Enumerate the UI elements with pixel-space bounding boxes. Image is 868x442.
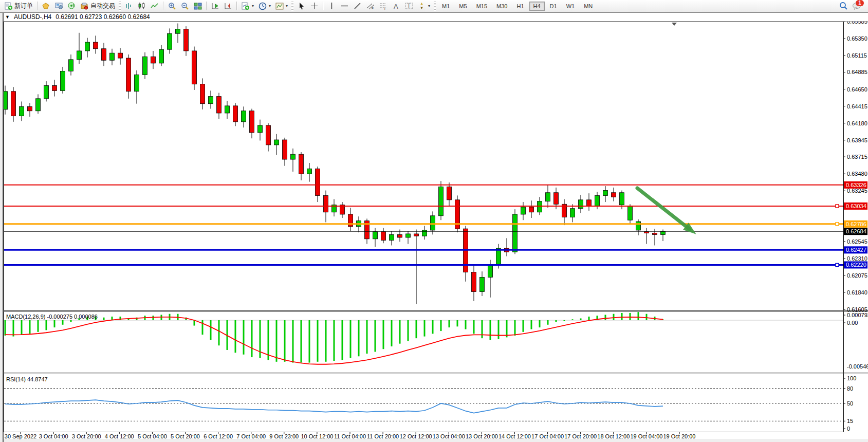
clock-icon (258, 2, 267, 10)
macd-label: MACD(12,26,9) -0.000275 0.000086 (6, 314, 98, 320)
new-order-label: 新订单 (14, 2, 33, 10)
zoom-in-button[interactable] (165, 2, 178, 11)
arrows-dropdown[interactable]: ▾ (415, 2, 432, 11)
svg-text:0.65585: 0.65585 (847, 22, 867, 25)
new-chart-dropdown[interactable]: ▾ (239, 2, 256, 11)
dropdown-caret: ▾ (428, 4, 430, 8)
svg-text:50: 50 (847, 400, 853, 407)
svg-text:E: E (372, 7, 374, 10)
dropdown-caret: ▾ (252, 4, 254, 8)
template-icon (275, 2, 284, 10)
separator (236, 2, 237, 10)
svg-text:0: 0 (847, 426, 850, 432)
zoom-out-button[interactable] (178, 2, 191, 11)
terminal-button[interactable] (52, 2, 65, 11)
chart-menu-arrow[interactable]: ▼ (5, 14, 10, 20)
auto-scroll-button[interactable] (209, 2, 221, 11)
svg-text:10 Oct 12:00: 10 Oct 12:00 (301, 433, 333, 439)
separator (37, 2, 38, 10)
time-axis: 30 Sep 20223 Oct 04:003 Oct 20:004 Oct 1… (5, 432, 696, 439)
svg-text:0.63034: 0.63034 (846, 203, 866, 209)
svg-text:17 Oct 04:00: 17 Oct 04:00 (531, 433, 564, 439)
auto-trading-label: 自动交易 (90, 2, 115, 10)
line-chart-button[interactable] (148, 2, 161, 11)
auto-trading-button[interactable]: 自动交易 (78, 1, 117, 11)
svg-text:0.65115: 0.65115 (847, 52, 867, 59)
auto-scroll-icon (211, 2, 219, 10)
chart-shift-icon (224, 2, 232, 10)
new-chart-icon (241, 2, 250, 10)
svg-text:-0.005464: -0.005464 (847, 363, 868, 370)
tab-timeframe-H1[interactable]: H1 (512, 2, 528, 11)
tab-timeframe-MN[interactable]: MN (580, 2, 597, 11)
horizontal-line-button[interactable] (338, 2, 351, 11)
separator (323, 2, 323, 10)
tab-timeframe-D1[interactable]: D1 (546, 2, 561, 11)
svg-text:0.64415: 0.64415 (847, 103, 867, 109)
notifications-icon[interactable]: 1 (852, 2, 861, 10)
chart-plot[interactable]: 0.655850.653500.651150.648850.646500.644… (0, 22, 868, 442)
trendline-button[interactable] (351, 2, 364, 11)
chart-shift-button[interactable] (221, 2, 234, 11)
equidistant-channel-button[interactable]: E (364, 2, 377, 11)
chart-window: ▼ AUDUSD-,H4 0.62691 0.62723 0.62660 0.6… (0, 12, 868, 442)
svg-text:80: 80 (847, 385, 853, 392)
auto-trading-icon (80, 2, 89, 10)
tile-windows-button[interactable] (191, 2, 204, 11)
toolbar-grip (119, 2, 121, 11)
svg-text:30 Sep 2022: 30 Sep 2022 (5, 433, 36, 439)
zoom-out-icon (180, 2, 189, 10)
fibonacci-button[interactable]: F (377, 2, 390, 11)
signals-button[interactable] (65, 2, 78, 11)
svg-text:0.63245: 0.63245 (847, 188, 867, 194)
toolbar-grip (434, 2, 436, 11)
tab-timeframe-M1[interactable]: M1 (438, 2, 454, 11)
tab-timeframe-H4[interactable]: H4 (529, 2, 545, 11)
signals-icon (67, 2, 76, 10)
search-icon[interactable] (839, 2, 848, 10)
notification-badge: 1 (856, 0, 864, 6)
template-dropdown[interactable]: ▾ (273, 2, 290, 11)
tab-timeframe-W1[interactable]: W1 (562, 2, 579, 11)
crosshair-button[interactable] (308, 2, 321, 11)
window-left-border (0, 13, 4, 442)
text-button[interactable]: A (390, 2, 402, 11)
new-order-icon (4, 2, 13, 10)
fibonacci-icon: F (379, 2, 387, 10)
cursor-icon (297, 2, 306, 10)
svg-text:15: 15 (847, 418, 853, 424)
vertical-line-button[interactable] (325, 2, 338, 11)
svg-text:11 Oct 04:00: 11 Oct 04:00 (334, 433, 366, 439)
tab-timeframe-M5[interactable]: M5 (455, 2, 471, 11)
text-label-button[interactable]: T (402, 2, 415, 11)
svg-text:0.62220: 0.62220 (846, 262, 866, 268)
tab-timeframe-M30[interactable]: M30 (492, 2, 511, 11)
svg-text:18 Oct 12:00: 18 Oct 12:00 (597, 433, 630, 439)
period-clock-dropdown[interactable]: ▾ (256, 2, 273, 11)
tab-timeframe-M15[interactable]: M15 (472, 2, 491, 11)
toolbar-grip (291, 2, 293, 11)
rsi-label: RSI(14) 44.8747 (6, 376, 48, 382)
navigator-button[interactable] (40, 2, 52, 11)
svg-text:0.00: 0.00 (847, 320, 858, 326)
chart-title-bar: ▼ AUDUSD-,H4 0.62691 0.62723 0.62660 0.6… (0, 13, 868, 22)
svg-text:0.62684: 0.62684 (846, 228, 866, 234)
svg-text:0.64650: 0.64650 (847, 86, 867, 93)
svg-text:19 Oct 20:00: 19 Oct 20:00 (663, 433, 696, 439)
new-order-button[interactable]: 新订单 (2, 1, 35, 11)
chart-ohlc-readout: 0.62691 0.62723 0.62660 0.62684 (56, 13, 150, 21)
tile-windows-icon (193, 2, 202, 10)
main-toolbar: 新订单 自动交易 ▾ ▾ ▾ (0, 0, 868, 12)
svg-text:13 Oct 20:00: 13 Oct 20:00 (466, 433, 498, 439)
svg-text:0.64885: 0.64885 (847, 69, 867, 75)
svg-text:19 Oct 04:00: 19 Oct 04:00 (630, 433, 662, 439)
equidistant-channel-icon: E (366, 2, 375, 10)
cursor-button[interactable] (295, 2, 308, 11)
vertical-line-icon (327, 2, 336, 10)
timeframe-group: M1M5M15M30H1H4D1W1MN (437, 3, 597, 10)
bar-chart-button[interactable] (122, 2, 135, 11)
line-chart-icon (150, 2, 159, 10)
candlestick-button[interactable] (135, 2, 148, 11)
svg-text:4 Oct 12:00: 4 Oct 12:00 (105, 433, 134, 439)
candlestick-icon (137, 2, 146, 10)
